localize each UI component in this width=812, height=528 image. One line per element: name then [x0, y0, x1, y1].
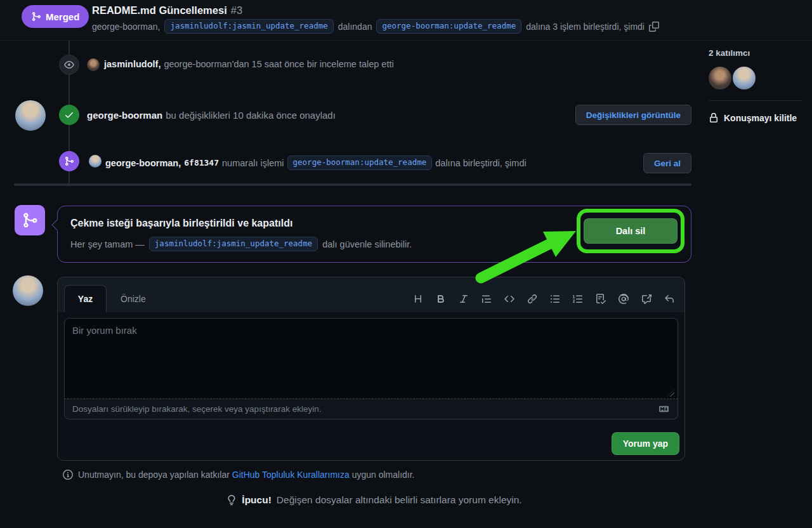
tip-note: İpucu! Değişen dosyalar altındaki belirl… — [57, 494, 691, 506]
timeline-merge: george-boorman, 6f81347 numaralı işlemi … — [105, 155, 527, 170]
check-icon — [59, 105, 79, 125]
timeline-review-request: jasminludolf, george-boorman'dan 15 saat… — [104, 59, 394, 69]
banner-title: Çekme isteği başarıyla birleştirildi ve … — [70, 218, 292, 229]
code-icon[interactable] — [504, 294, 514, 304]
reply-icon[interactable] — [664, 294, 674, 304]
avatar-jasminludolf[interactable] — [87, 58, 100, 71]
sidebar-divider — [709, 100, 801, 101]
avatar-george-boorman[interactable] — [733, 67, 756, 89]
markdown-toolbar — [413, 285, 674, 312]
quote-icon[interactable] — [481, 294, 492, 304]
comment-form: Dosyaları sürükleyip bırakarak, seçerek … — [57, 277, 685, 461]
comment-submit-button[interactable]: Yorum yap — [612, 432, 679, 455]
pr-subtitle: george-boorman, jasminludolf:jasmin_upda… — [92, 19, 659, 34]
commit-sha[interactable]: 6f81347 — [184, 158, 219, 168]
banner-subtitle: Her şey tamam — jasminludolf:jasmin_upda… — [70, 237, 412, 251]
avatar-jasminludolf[interactable] — [709, 67, 731, 89]
merged-state-badge: Merged — [22, 5, 89, 28]
ordered-list-icon[interactable] — [573, 294, 583, 304]
comment-tabbar: Yaz Önizle — [64, 285, 674, 312]
git-merge-icon — [59, 151, 79, 171]
pr-number: #3 — [231, 4, 242, 16]
lock-conversation-button[interactable]: Konuşmayı kilitle — [709, 113, 797, 123]
comment-input[interactable] — [64, 318, 678, 399]
target-branch-badge: george-boorman:update_readme — [287, 155, 433, 170]
pr-header: Merged README.md Güncellemesi#3 george-b… — [0, 0, 812, 41]
info-icon — [63, 470, 73, 480]
lock-icon — [709, 113, 719, 123]
tab-preview[interactable]: Önizle — [107, 285, 160, 312]
source-branch-badge: jasminludolf:jasmin_update_readme — [149, 237, 318, 251]
annotation-highlight-box: Dalı sil — [577, 209, 684, 253]
markdown-icon — [658, 404, 670, 414]
source-branch-badge: jasminludolf:jasmin_update_readme — [164, 19, 333, 34]
timeline-approval: george-boorman bu değişiklikleri 10 daki… — [87, 110, 336, 121]
pull-request-page: Merged README.md Güncellemesi#3 george-b… — [0, 0, 812, 528]
copy-icon[interactable] — [649, 22, 659, 32]
git-merge-icon — [31, 11, 41, 22]
unordered-list-icon[interactable] — [550, 294, 560, 304]
avatar-george-boorman[interactable] — [13, 275, 43, 306]
cross-reference-icon[interactable] — [641, 294, 652, 304]
participants-label: 2 katılımcı — [709, 48, 750, 58]
community-guidelines-link[interactable]: GitHub Topluluk Kurallarımıza — [232, 470, 350, 480]
avatar-george-boorman[interactable] — [89, 155, 102, 168]
attach-hint: Dosyaları sürükleyip bırakarak, seçerek … — [72, 404, 321, 414]
section-divider — [14, 183, 691, 186]
revert-button[interactable]: Geri al — [643, 153, 691, 173]
community-guidelines-note: Unutmayın, bu depoya yapılan katkılar Gi… — [63, 470, 414, 480]
bold-icon[interactable] — [436, 294, 446, 304]
heading-icon[interactable] — [413, 294, 423, 304]
merged-state-label: Merged — [46, 11, 79, 22]
mention-icon[interactable] — [619, 294, 629, 304]
view-changes-button[interactable]: Değişiklikleri görüntüle — [575, 105, 691, 125]
delete-branch-button[interactable]: Dalı sil — [584, 218, 678, 244]
git-merge-icon — [15, 205, 45, 235]
light-bulb-icon — [226, 495, 237, 505]
pr-title: README.md Güncellemesi#3 — [92, 4, 242, 16]
tip-label: İpucu! — [242, 494, 272, 506]
banner-caret — [51, 219, 63, 230]
merged-banner: Çekme isteği başarıyla birleştirildi ve … — [57, 206, 691, 263]
avatar-george-boorman[interactable] — [15, 100, 46, 131]
attach-files-area[interactable]: Dosyaları sürükleyip bırakarak, seçerek … — [64, 399, 678, 419]
comment-form-body: Dosyaları sürükleyip bırakarak, seçerek … — [58, 312, 684, 460]
italic-icon[interactable] — [459, 294, 469, 304]
tasklist-icon[interactable] — [596, 294, 606, 304]
tab-write[interactable]: Yaz — [64, 285, 107, 312]
eye-icon — [59, 55, 79, 75]
link-icon[interactable] — [527, 294, 537, 304]
pr-author: george-boorman, — [92, 22, 160, 32]
target-branch-badge: george-boorman:update_readme — [376, 19, 521, 34]
